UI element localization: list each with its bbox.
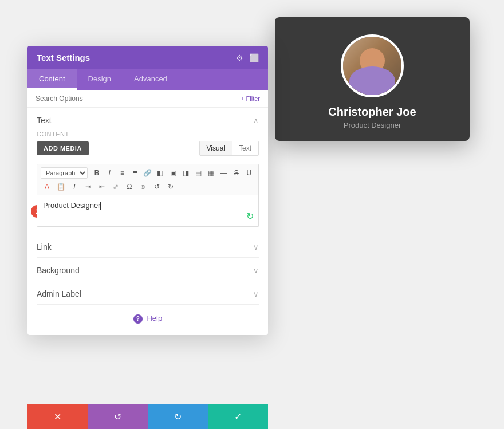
profile-name: Christopher Joe — [328, 105, 416, 119]
settings-panel: Text Settings ⚙ ⬜ Content Design Advance… — [27, 46, 268, 335]
content-label: Content — [37, 131, 259, 137]
tab-content[interactable]: Content — [27, 69, 77, 90]
redo-editor-button[interactable]: ↻ — [164, 180, 177, 193]
align-center-button[interactable]: ▣ — [167, 167, 179, 179]
italic2-button[interactable]: I — [68, 180, 81, 193]
unordered-list-button[interactable]: ≡ — [116, 167, 128, 179]
text-chevron-icon: ∧ — [253, 116, 259, 125]
bold-button[interactable]: B — [91, 167, 103, 179]
tab-advanced[interactable]: Advanced — [123, 69, 179, 90]
link-section: Link ∨ — [37, 234, 259, 258]
align-justify-button[interactable]: ▤ — [192, 167, 204, 179]
toolbar-row-1: Paragraph B I ≡ ≣ 🔗 ◧ ▣ ◨ ▤ ▦ — S — [41, 167, 255, 179]
text-toggle-button[interactable]: Text — [232, 141, 258, 155]
align-right-button[interactable]: ◨ — [180, 167, 191, 179]
panel-title: Text Settings — [37, 53, 90, 62]
filter-button[interactable]: + Filter — [241, 95, 260, 102]
horizontal-rule-button[interactable]: — — [218, 167, 230, 179]
emoji-button[interactable]: ☺ — [137, 180, 149, 193]
help-row[interactable]: ? Help — [37, 305, 259, 326]
fullscreen-button[interactable]: ⤢ — [109, 180, 122, 193]
search-bar: + Filter — [27, 90, 268, 108]
search-input[interactable] — [36, 95, 241, 103]
refresh-icon[interactable]: ↻ — [246, 211, 254, 222]
help-icon: ? — [133, 314, 143, 324]
admin-label-section: Admin Label ∨ — [37, 281, 259, 305]
editor-cursor — [100, 202, 101, 210]
admin-label-section-title: Admin Label — [37, 289, 81, 298]
help-label: Help — [147, 314, 162, 322]
text-section-title: Text — [37, 116, 52, 125]
paragraph-select[interactable]: Paragraph — [41, 167, 88, 179]
link-section-header[interactable]: Link ∨ — [37, 234, 259, 257]
profile-card: Christopher Joe Product Designer — [275, 17, 470, 141]
special-char-button[interactable]: Ω — [123, 180, 136, 193]
settings-icon[interactable]: ⚙ — [236, 53, 243, 62]
panel-header: Text Settings ⚙ ⬜ — [27, 46, 268, 69]
panel-tabs: Content Design Advanced — [27, 69, 268, 90]
panel-content: Text ∧ Content ADD MEDIA Visual Text — [27, 108, 268, 335]
link-section-title: Link — [37, 242, 52, 251]
tab-design[interactable]: Design — [77, 69, 123, 90]
link-chevron-icon: ∨ — [253, 243, 259, 251]
undo-button[interactable]: ↺ — [88, 404, 148, 429]
link-button[interactable]: 🔗 — [142, 167, 153, 179]
outdent-button[interactable]: ⇤ — [96, 180, 108, 193]
table-button[interactable]: ▦ — [205, 167, 216, 179]
avatar-image — [343, 37, 401, 95]
background-section-title: Background — [37, 266, 80, 275]
avatar — [341, 34, 404, 97]
redo-button[interactable]: ↻ — [148, 404, 208, 429]
background-section: Background ∨ — [37, 258, 259, 281]
text-section-content: Content ADD MEDIA Visual Text Paragraph … — [37, 131, 259, 234]
admin-label-chevron-icon: ∨ — [253, 290, 259, 298]
text-section-header[interactable]: Text ∧ — [37, 108, 259, 131]
expand-icon[interactable]: ⬜ — [249, 53, 259, 62]
align-left-button[interactable]: ◧ — [155, 167, 166, 179]
add-media-button[interactable]: ADD MEDIA — [37, 141, 89, 155]
background-chevron-icon: ∨ — [253, 266, 259, 275]
italic-button[interactable]: I — [104, 167, 115, 179]
text-section: Text ∧ Content ADD MEDIA Visual Text — [37, 108, 259, 234]
profile-title: Product Designer — [344, 121, 401, 129]
cancel-button[interactable]: ✕ — [27, 404, 88, 429]
visual-toggle-button[interactable]: Visual — [200, 141, 232, 155]
paste-button[interactable]: 📋 — [54, 180, 67, 193]
editor-wrapper: 1 Product Designer ↻ — [37, 195, 259, 227]
background-section-header[interactable]: Background ∨ — [37, 258, 259, 281]
strikethrough-button[interactable]: S — [231, 167, 242, 179]
view-toggle: Visual Text — [199, 141, 259, 156]
bottom-bar: ✕ ↺ ↻ ✓ — [27, 404, 268, 429]
editor-toolbar: Paragraph B I ≡ ≣ 🔗 ◧ ▣ ◨ ▤ ▦ — S — [37, 164, 259, 195]
panel-header-icons: ⚙ ⬜ — [236, 53, 259, 62]
undo-editor-button[interactable]: ↺ — [151, 180, 163, 193]
save-button[interactable]: ✓ — [208, 404, 268, 429]
editor-area[interactable]: Product Designer ↻ — [37, 195, 259, 227]
editor-text: Product Designer — [43, 201, 100, 210]
underline-button[interactable]: U — [243, 167, 255, 179]
font-color-button[interactable]: A — [41, 180, 53, 193]
toolbar-row-2: A 📋 I ⇥ ⇤ ⤢ Ω ☺ ↺ ↻ — [41, 180, 255, 193]
admin-label-section-header[interactable]: Admin Label ∨ — [37, 281, 259, 304]
indent-button[interactable]: ⇥ — [82, 180, 94, 193]
ordered-list-button[interactable]: ≣ — [129, 167, 140, 179]
